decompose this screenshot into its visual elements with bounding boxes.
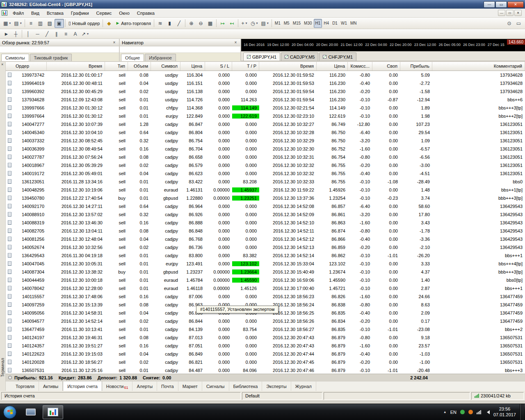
table-row[interactable]: 1400945772016.12.30 14:52:14sell0.02cadj… <box>6 317 525 325</box>
timeframe-button[interactable]: H1 <box>314 19 322 28</box>
table-row[interactable]: 1364295432016.11.30 04:19:18sell0.01cadj… <box>6 251 525 260</box>
table-row[interactable]: 1401155572016.12.30 17:48:06sell0.16cadj… <box>6 292 525 301</box>
periods-button[interactable]: ◷▾ <box>249 19 260 28</box>
zoom-out-button[interactable]: ⊖ <box>196 19 205 28</box>
table-row[interactable]: 1401200282016.12.30 18:56:27sell0.02cadj… <box>6 358 525 366</box>
terminal-tab[interactable]: История счета <box>63 381 102 391</box>
chart-minimize-button[interactable]: — <box>498 10 505 16</box>
terminal-tab[interactable]: Новости61 <box>102 381 133 391</box>
terminal-tab[interactable]: Активы <box>39 381 63 391</box>
taskbar-app-metatrader[interactable] <box>43 405 63 419</box>
network-icon[interactable] <box>477 410 481 414</box>
menu-item[interactable]: Окно <box>115 10 133 16</box>
table-row[interactable]: 1400873042016.12.30 13:38:32buy0.01gbpus… <box>6 268 525 276</box>
chart-shift-button[interactable]: ↤ <box>227 19 237 28</box>
timeframe-button[interactable]: M1 <box>273 19 282 28</box>
show-desktop-button[interactable] <box>520 404 524 420</box>
table-row[interactable]: 1394507802016.12.22 17:40:54buy0.01gbpus… <box>6 194 525 202</box>
panel-tab[interactable]: Избранное <box>145 54 176 61</box>
table-row[interactable]: 1400373322016.12.30 08:52:45sell0.32cadj… <box>6 137 525 145</box>
chart-tab[interactable]: GBPJPY,H1 <box>243 52 280 61</box>
vertical-line-button[interactable]: │ <box>23 30 33 38</box>
table-row[interactable]: 1400526742016.12.30 10:32:56sell0.02cadj… <box>6 243 525 251</box>
table-row[interactable]: 1400277872016.12.30 07:56:24sell0.08cadj… <box>6 153 525 161</box>
profile-status[interactable]: Default <box>242 392 322 400</box>
navigator-header[interactable]: Навигатор × <box>120 39 240 46</box>
table-row[interactable]: 1400470452016.12.30 10:05:31sell0.01eurj… <box>6 260 525 268</box>
table-row[interactable]: 1401226232016.12.30 19:15:03sell0.04cadj… <box>6 350 525 358</box>
chart-close-button[interactable]: ✕ <box>514 10 522 16</box>
table-row[interactable]: 1400363992016.12.30 08:49:54sell0.16cadj… <box>6 145 525 153</box>
line-chart-button[interactable]: ╱ <box>174 19 184 28</box>
table-row[interactable]: 1400827052016.12.30 13:04:11sell0.08cadj… <box>6 227 525 235</box>
candlestick-button[interactable]: ▮ <box>165 19 174 28</box>
menu-item[interactable]: Файл <box>9 10 27 16</box>
column-header[interactable]: Комментарий <box>432 62 525 71</box>
table-row[interactable]: 1400453402016.12.30 10:04:10sell0.64cadj… <box>6 128 525 137</box>
column-header[interactable]: Тип <box>105 62 128 71</box>
chart-tab[interactable]: CADJPY,M5 <box>281 52 318 61</box>
auto-trading-button[interactable]: ►Авто-торговля <box>114 19 153 28</box>
market-watch-toggle[interactable]: ≡ <box>26 19 36 28</box>
timeframe-button[interactable]: M30 <box>302 19 313 28</box>
fibonacci-button[interactable]: ≡ <box>61 30 71 38</box>
arrows-button[interactable]: ↗▾ <box>80 30 90 38</box>
column-header[interactable]: Ордер <box>6 62 47 71</box>
chart-tab[interactable]: CHFJPY,M1 <box>319 52 356 61</box>
auto-scroll-button[interactable]: ↦ <box>218 19 227 28</box>
column-header[interactable]: Цена <box>317 62 348 71</box>
terminal-tab[interactable]: Маркет <box>178 381 202 391</box>
tile-windows-button[interactable]: ▦ <box>205 19 215 28</box>
table-row[interactable]: 1401241972016.12.30 19:46:31sell0.08cadj… <box>6 333 525 342</box>
menu-item[interactable]: Графики <box>67 10 93 16</box>
terminal-tab[interactable]: Алерты <box>132 381 157 391</box>
terminal-tab[interactable]: Почта <box>157 381 178 391</box>
terminal-tab[interactable]: Эксперты <box>262 381 291 391</box>
menu-item[interactable]: Вставка <box>43 10 67 16</box>
terminal-tab[interactable]: Торговля <box>11 381 39 391</box>
table-row[interactable]: 1400444592016.12.30 10:00:18sell0.01eura… <box>6 276 525 284</box>
table-row[interactable]: 1361230512016.11.28 13:34:16sell0.01cadj… <box>6 178 525 186</box>
start-button[interactable] <box>3 406 16 419</box>
new-order-button[interactable]: ▯Новый ордер <box>67 19 102 28</box>
panel-tab[interactable]: Общие <box>121 54 144 61</box>
table-row[interactable]: 1400482952016.12.30 10:19:06sell0.01eura… <box>6 186 525 194</box>
panel-tab[interactable]: Символы <box>1 54 29 61</box>
chart-restore-button[interactable]: ▭ <box>506 10 514 16</box>
column-header[interactable]: Прибыль <box>400 62 432 71</box>
chart-time-axis[interactable]: 16 Dec 201619 Dec 12:0020 Dec 04:0020 De… <box>241 39 525 51</box>
navigator-toggle[interactable]: ▧ <box>45 19 55 28</box>
hidden-icons-button[interactable]: ▲ <box>443 410 447 414</box>
table-row[interactable]: 1400189672016.12.30 05:39:29sell0.02cadj… <box>6 161 525 169</box>
timeframe-button[interactable]: D1 <box>331 19 339 28</box>
update-tray-icon[interactable] <box>468 410 473 414</box>
terminal-tab[interactable]: Журнал <box>291 381 316 391</box>
new-chart-button[interactable]: ▦▾ <box>2 19 12 28</box>
table-row[interactable]: 1399976642016.12.30 01:30:12sell0.01eurj… <box>6 112 525 120</box>
terminal-tab[interactable]: Сигналы <box>202 381 229 391</box>
feedback-button[interactable]: ▭ <box>514 19 523 28</box>
column-header[interactable]: Своп <box>372 62 400 71</box>
close-icon[interactable]: × <box>112 40 117 45</box>
restore-button[interactable]: ▭ <box>495 1 507 8</box>
minimize-button[interactable]: — <box>484 1 495 8</box>
search-button[interactable]: ⊙ <box>504 19 514 28</box>
timeframe-button[interactable]: M15 <box>291 19 302 28</box>
table-row[interactable]: 1400812562016.12.30 12:48:04sell0.04cadj… <box>6 235 525 243</box>
terminal-tab[interactable]: Библиотека <box>229 381 262 391</box>
timeframe-button[interactable]: MN <box>349 19 358 28</box>
language-indicator[interactable]: EN <box>450 410 457 415</box>
table-row[interactable]: 1365075312016.11.30 12:25:16sell0.01cadj… <box>6 366 525 374</box>
table-row[interactable]: 1401243572016.12.30 19:51:27sell0.16cadj… <box>6 342 525 350</box>
column-header[interactable]: S / L <box>205 62 232 71</box>
table-row[interactable]: 1364774592016.11.30 10:13:41sell0.01cadj… <box>6 325 525 333</box>
chart-window-icon[interactable] <box>2 10 7 16</box>
table-row[interactable]: 1400780422016.12.30 12:28:00sell0.01eura… <box>6 284 525 292</box>
table-row[interactable]: 1400889102016.12.30 13:57:02sell0.32cadj… <box>6 210 525 219</box>
table-row[interactable]: 1400883192016.12.30 13:46:30sell0.16cadj… <box>6 219 525 227</box>
market-watch-header[interactable]: Обзор рынка: 22:59:57 × <box>0 39 119 46</box>
table-row[interactable]: 1379346282016.12.09 12:43:08sell0.01usdj… <box>6 96 525 104</box>
channel-button[interactable]: ∥ <box>52 30 61 38</box>
table-row[interactable]: 1399737422016.12.30 01:00:17sell0.08usdj… <box>6 71 525 79</box>
menu-item[interactable]: Сервис <box>93 10 116 16</box>
